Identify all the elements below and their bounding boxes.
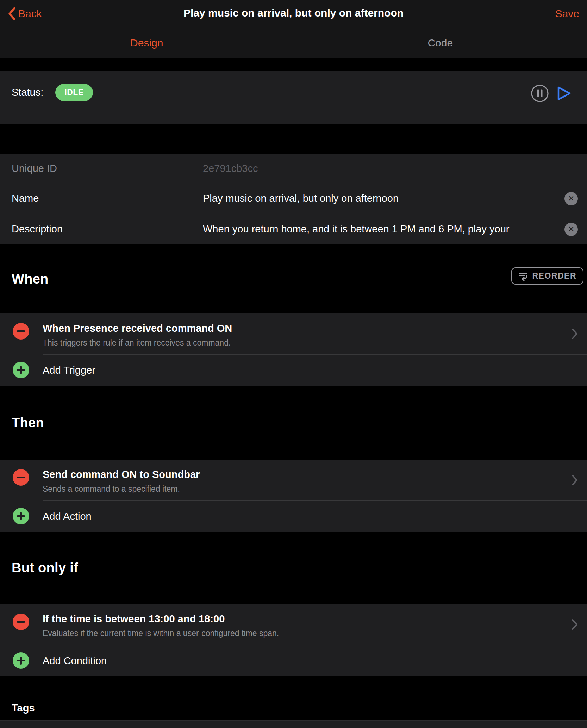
add-condition-label: Add Condition — [43, 655, 107, 666]
navigation-bar: Back Play music on arrival, but only on … — [0, 0, 587, 59]
chevron-right-icon — [571, 618, 579, 630]
status-label: Status: — [12, 87, 43, 98]
status-section: Status: IDLE — [0, 71, 587, 124]
trigger-title: When Presence received command ON — [43, 323, 559, 334]
condition-item[interactable]: If the time is between 13:00 and 18:00 E… — [0, 604, 587, 645]
unique-id-label: Unique ID — [0, 163, 203, 174]
clear-icon: ✕ — [568, 195, 574, 203]
description-label: Description — [0, 223, 203, 235]
run-rule-button[interactable] — [556, 85, 573, 101]
tab-design[interactable]: Design — [0, 37, 294, 49]
add-condition-row[interactable]: Add Condition — [0, 645, 587, 676]
add-condition-plus-icon — [13, 652, 29, 669]
reorder-button[interactable]: REORDER — [511, 267, 583, 285]
mode-tabs: Design Code — [0, 27, 587, 58]
name-field[interactable]: Play music on arrival, but only on after… — [203, 193, 587, 204]
add-action-label: Add Action — [43, 510, 92, 522]
back-button[interactable]: Back — [8, 6, 42, 21]
add-action-plus-icon — [13, 508, 29, 524]
then-section-header: Then — [0, 386, 587, 460]
page-title: Play music on arrival, but only on after… — [0, 7, 587, 19]
remove-action-button[interactable] — [13, 469, 29, 486]
spacer — [0, 59, 587, 71]
add-trigger-row[interactable]: Add Trigger — [0, 354, 587, 386]
condition-section-header: But only if — [0, 532, 587, 604]
tags-title: Tags — [12, 702, 35, 714]
tags-section-header: Tags — [0, 676, 587, 720]
but-only-if-title: But only if — [12, 560, 78, 575]
save-button[interactable]: Save — [555, 8, 579, 20]
remove-trigger-button[interactable] — [13, 323, 29, 340]
when-section-header: When REORDER — [0, 244, 587, 313]
back-chevron-icon — [8, 6, 16, 21]
unique-id-row: Unique ID 2e791cb3cc — [0, 154, 587, 183]
when-title: When — [12, 272, 49, 287]
action-title: Send command ON to Soundbar — [43, 469, 559, 480]
clear-icon: ✕ — [568, 225, 574, 233]
condition-subtitle: Evaluates if the current time is within … — [43, 629, 559, 638]
reorder-label: REORDER — [532, 271, 576, 281]
action-item[interactable]: Send command ON to Soundbar Sends a comm… — [0, 460, 587, 500]
trigger-item[interactable]: When Presence received command ON This t… — [0, 313, 587, 354]
add-trigger-plus-icon — [13, 362, 29, 378]
name-label: Name — [0, 193, 203, 204]
tab-code[interactable]: Code — [294, 37, 587, 49]
name-row: Name Play music on arrival, but only on … — [0, 183, 587, 214]
chevron-right-icon — [571, 328, 579, 340]
trigger-subtitle: This triggers the rule if an item receiv… — [43, 338, 559, 348]
action-subtitle: Sends a command to a specified item. — [43, 484, 559, 494]
pause-rule-button[interactable] — [530, 84, 549, 103]
clear-description-button[interactable]: ✕ — [564, 223, 578, 236]
add-trigger-label: Add Trigger — [43, 364, 95, 376]
unique-id-value: 2e791cb3cc — [203, 163, 587, 174]
status-badge: IDLE — [55, 84, 93, 101]
description-field[interactable]: When you return home, and it is between … — [203, 223, 587, 235]
then-title: Then — [12, 415, 44, 430]
tags-row-partial — [0, 720, 587, 728]
condition-title: If the time is between 13:00 and 18:00 — [43, 613, 559, 625]
reorder-icon — [518, 271, 528, 281]
rule-details-group: Unique ID 2e791cb3cc Name Play music on … — [0, 154, 587, 244]
add-action-row[interactable]: Add Action — [0, 500, 587, 532]
chevron-right-icon — [571, 474, 579, 486]
remove-condition-button[interactable] — [13, 614, 29, 630]
description-row: Description When you return home, and it… — [0, 214, 587, 244]
clear-name-button[interactable]: ✕ — [564, 192, 578, 205]
back-button-label: Back — [18, 8, 42, 20]
spacer — [0, 124, 587, 154]
rule-editor-screen: Back Play music on arrival, but only on … — [0, 0, 587, 728]
